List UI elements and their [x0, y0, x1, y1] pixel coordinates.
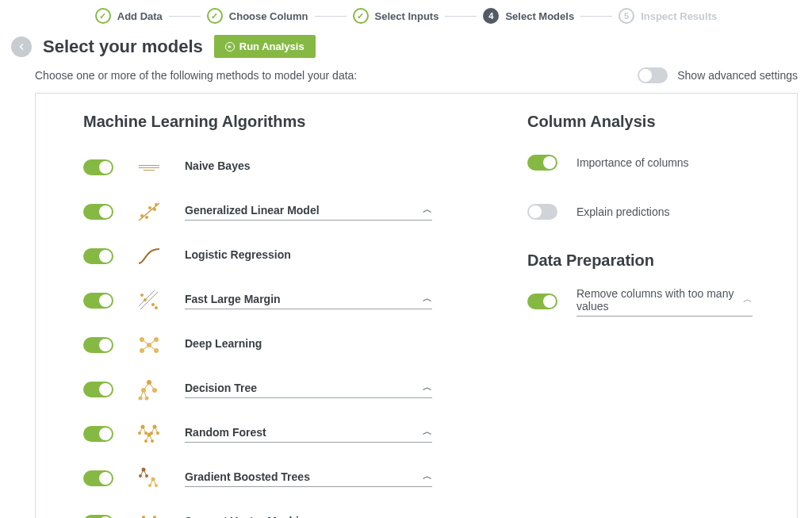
setting-toggle[interactable] — [527, 294, 557, 309]
algo-label: Deep Learning — [185, 337, 432, 353]
svg-point-43 — [144, 432, 147, 435]
step-label: Select Models — [505, 10, 574, 22]
svg-point-14 — [155, 306, 158, 309]
step-divider — [315, 16, 347, 17]
algo-toggle[interactable] — [83, 204, 113, 220]
gradient-boosted-trees-icon — [136, 465, 163, 492]
algo-random-forest: Random Forest︿ — [83, 412, 432, 456]
svg-point-39 — [141, 425, 145, 429]
run-analysis-button[interactable]: Run Analysis — [214, 35, 316, 58]
svg-point-55 — [151, 478, 155, 482]
section-title-data-prep: Data Preparation — [527, 251, 753, 270]
svg-point-44 — [150, 432, 153, 435]
algo-label-expandable[interactable]: Gradient Boosted Trees︿ — [185, 470, 432, 487]
section-title-column-analysis: Column Analysis — [527, 113, 753, 131]
step-add-data[interactable]: ✓ Add Data — [95, 8, 163, 24]
algo-glm: Generalized Linear Model︿ — [83, 190, 432, 234]
svg-point-5 — [145, 216, 148, 219]
svg-point-13 — [151, 303, 155, 306]
algo-toggle[interactable] — [83, 248, 113, 264]
svm-icon — [136, 509, 163, 518]
step-choose-column[interactable]: ✓ Choose Column — [207, 8, 308, 24]
svg-point-45 — [156, 432, 159, 435]
algo-toggle[interactable] — [83, 337, 113, 353]
algo-toggle[interactable] — [83, 293, 113, 309]
chevron-up-icon: ︿ — [423, 470, 432, 483]
right-column: Column Analysis Importance of columns Ex… — [527, 113, 753, 518]
title-bar: Select your models Run Analysis — [0, 30, 812, 66]
decision-tree-icon — [136, 376, 163, 403]
back-button[interactable] — [11, 36, 32, 57]
svg-point-57 — [155, 484, 158, 487]
svg-point-29 — [141, 388, 146, 393]
svg-point-56 — [148, 484, 151, 487]
glm-icon — [136, 198, 163, 225]
main-panel: Machine Learning Algorithms Naive Bayes … — [35, 93, 798, 518]
algo-gradient-boosted-trees: Gradient Boosted Trees︿ — [83, 456, 432, 501]
step-label: Choose Column — [229, 10, 308, 22]
step-label: Inspect Results — [641, 10, 717, 22]
advanced-settings: Show advanced settings — [638, 67, 798, 83]
svg-rect-2 — [144, 170, 155, 171]
svg-point-23 — [147, 343, 151, 347]
algo-toggle[interactable] — [83, 159, 113, 175]
check-icon: ✓ — [95, 8, 111, 24]
setting-label-expandable[interactable]: Remove columns with too many values︿ — [576, 287, 753, 317]
chevron-up-icon: ︿ — [743, 293, 753, 306]
algorithms-column: Machine Learning Algorithms Naive Bayes … — [83, 113, 432, 518]
algo-decision-tree: Decision Tree︿ — [83, 367, 432, 412]
algo-label: Naive Bayes — [185, 159, 432, 175]
svg-point-46 — [144, 439, 147, 443]
setting-explain-predictions: Explain predictions — [527, 194, 753, 229]
setting-toggle[interactable] — [527, 204, 557, 220]
svg-point-22 — [154, 348, 159, 353]
algo-label-expandable[interactable]: Fast Large Margin︿ — [185, 292, 432, 309]
setting-remove-columns: Remove columns with too many values︿ — [527, 284, 753, 319]
svg-point-51 — [139, 474, 142, 478]
algo-logistic-regression: Logistic Regression — [83, 234, 432, 278]
fast-large-margin-icon — [136, 287, 163, 314]
svg-point-40 — [153, 425, 157, 429]
step-divider — [445, 16, 477, 17]
step-select-inputs[interactable]: ✓ Select Inputs — [353, 8, 439, 24]
step-inspect-results[interactable]: 5 Inspect Results — [619, 8, 717, 24]
setting-label: Importance of columns — [576, 156, 689, 169]
svg-point-20 — [140, 348, 144, 353]
algo-toggle[interactable] — [83, 470, 113, 486]
check-icon: ✓ — [353, 8, 369, 24]
algo-naive-bayes: Naive Bayes — [83, 145, 432, 190]
chevron-up-icon: ︿ — [423, 381, 432, 394]
instruction-text: Choose one or more of the following meth… — [35, 69, 357, 82]
algo-label-expandable[interactable]: Support Vector Machine︿ — [185, 514, 432, 518]
svg-point-7 — [153, 208, 156, 211]
step-divider — [580, 16, 612, 17]
setting-toggle[interactable] — [527, 155, 557, 171]
setting-label: Explain predictions — [576, 205, 670, 218]
svg-point-30 — [152, 388, 157, 393]
svg-point-47 — [151, 439, 154, 443]
chevron-up-icon: ︿ — [423, 425, 432, 439]
svg-point-28 — [147, 380, 151, 385]
algo-toggle[interactable] — [83, 426, 113, 442]
algo-label-expandable[interactable]: Generalized Linear Model︿ — [185, 203, 432, 221]
svg-point-21 — [154, 337, 159, 342]
step-select-models[interactable]: 4 Select Models — [483, 8, 574, 24]
svg-point-6 — [148, 206, 151, 209]
svg-point-50 — [142, 468, 146, 472]
step-number-icon: 4 — [483, 8, 499, 24]
svg-rect-0 — [139, 165, 159, 166]
algo-label: Logistic Regression — [185, 248, 432, 264]
chevron-left-icon — [17, 42, 26, 52]
algo-fast-large-margin: Fast Large Margin︿ — [83, 278, 432, 323]
advanced-settings-toggle[interactable] — [638, 67, 668, 83]
algo-toggle[interactable] — [83, 515, 113, 518]
algo-label-expandable[interactable]: Decision Tree︿ — [185, 381, 432, 398]
step-label: Select Inputs — [375, 10, 439, 22]
run-button-label: Run Analysis — [239, 40, 304, 52]
play-icon — [225, 42, 235, 52]
svg-point-11 — [140, 294, 144, 297]
algo-toggle[interactable] — [83, 382, 113, 397]
section-title-ml: Machine Learning Algorithms — [83, 113, 432, 131]
svg-point-32 — [145, 397, 149, 401]
algo-label-expandable[interactable]: Random Forest︿ — [185, 425, 432, 443]
